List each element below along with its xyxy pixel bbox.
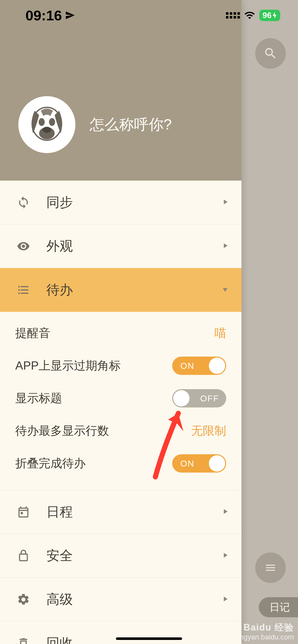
home-indicator [116, 637, 182, 640]
menu-item-recycle[interactable]: 回收 [0, 621, 241, 644]
status-bar: 09:16 96 [0, 0, 298, 31]
status-left: 09:16 [25, 7, 75, 24]
switch-knob [173, 390, 189, 406]
location-icon [65, 10, 75, 20]
sync-icon [13, 196, 34, 209]
setting-reminder-sound[interactable]: 提醒音 喵 [15, 317, 226, 349]
chevron-right-icon [221, 197, 229, 208]
menu-label: 高级 [46, 591, 221, 608]
menu-item-advanced[interactable]: 高级 [0, 578, 241, 621]
todo-settings-panel: 提醒音 喵 APP上显示过期角标 ON 显示标题 OFF 待办最多显示行数 无限 [0, 312, 241, 490]
chevron-right-icon [221, 241, 229, 252]
wifi-icon [244, 10, 255, 21]
toggle-overdue-badge[interactable]: ON [172, 357, 226, 375]
trash-icon [13, 637, 34, 644]
watermark-brand: Baidu 经验 [236, 622, 294, 633]
switch-knob [209, 455, 225, 472]
search-button[interactable] [255, 38, 286, 69]
status-time: 09:16 [25, 7, 62, 24]
battery-indicator: 96 [259, 10, 280, 21]
toggle-show-title[interactable]: OFF [172, 389, 226, 407]
eye-icon [13, 240, 34, 253]
setting-show-title: 显示标题 OFF [15, 382, 226, 415]
battery-percent: 96 [262, 11, 272, 20]
main-underlay: 日记 [237, 0, 298, 644]
gear-icon [13, 593, 34, 606]
greeting-text[interactable]: 怎么称呼你? [90, 115, 172, 135]
setting-label: 提醒音 [15, 325, 50, 341]
menu-icon [264, 562, 277, 574]
menu-item-schedule[interactable]: 日程 [0, 490, 241, 534]
setting-max-lines[interactable]: 待办最多显示行数 无限制 [15, 415, 226, 447]
calendar-icon [13, 505, 34, 519]
search-icon [263, 46, 278, 61]
setting-value: 喵 [214, 325, 226, 341]
chevron-right-icon [221, 506, 229, 518]
setting-label: 显示标题 [15, 390, 62, 406]
chevron-down-icon [221, 284, 229, 296]
svg-point-4 [43, 127, 51, 133]
watermark: Baidu 经验 jingyan.baidu.com [236, 622, 294, 641]
setting-label: APP上显示过期角标 [15, 358, 121, 374]
setting-value: 无限制 [191, 423, 226, 439]
watermark-url: jingyan.baidu.com [236, 633, 294, 641]
chevron-right-icon [221, 594, 229, 605]
menu-list: 同步 外观 待办 提醒音 喵 APP上显示过期角标 ON [0, 181, 241, 644]
toggle-collapse-done[interactable]: ON [172, 454, 226, 473]
list-icon [13, 283, 34, 297]
menu-label: 外观 [46, 237, 221, 255]
setting-label: 待办最多显示行数 [15, 423, 109, 439]
switch-on-label: ON [180, 454, 194, 473]
lock-icon [13, 549, 34, 562]
settings-drawer: 怎么称呼你? 同步 外观 待办 提醒音 喵 APP上显示过期角标 [0, 0, 241, 644]
switch-knob [209, 358, 225, 374]
menu-item-todo[interactable]: 待办 [0, 268, 241, 312]
svg-point-1 [39, 118, 45, 126]
menu-label: 日程 [46, 503, 221, 521]
setting-label: 折叠完成待办 [15, 456, 86, 471]
menu-label: 同步 [46, 194, 221, 211]
charging-icon [273, 12, 277, 19]
switch-off-label: OFF [200, 389, 219, 407]
chevron-right-icon [221, 550, 229, 561]
menu-item-appearance[interactable]: 外观 [0, 224, 241, 268]
svg-point-2 [49, 118, 55, 126]
hamburger-button[interactable] [255, 552, 286, 583]
status-right: 96 [226, 10, 280, 21]
switch-on-label: ON [180, 357, 194, 375]
menu-item-sync[interactable]: 同步 [0, 181, 241, 224]
diary-chip[interactable]: 日记 [259, 597, 298, 617]
dog-avatar-icon [25, 103, 69, 146]
menu-label: 待办 [46, 281, 221, 299]
cellular-icon [226, 12, 240, 19]
menu-item-security[interactable]: 安全 [0, 534, 241, 578]
setting-collapse-done: 折叠完成待办 ON [15, 447, 226, 480]
avatar[interactable] [18, 96, 75, 153]
menu-label: 安全 [46, 547, 221, 565]
setting-overdue-badge: APP上显示过期角标 ON [15, 349, 226, 382]
